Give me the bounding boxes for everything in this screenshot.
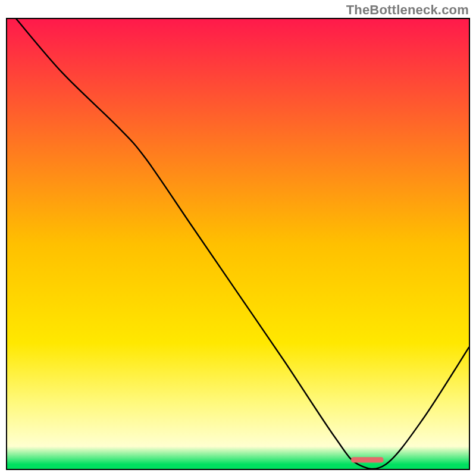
chart-svg [7,19,469,469]
attribution-label: TheBottleneck.com [346,2,469,18]
chart-marker [351,457,383,462]
plot-area [6,18,470,470]
